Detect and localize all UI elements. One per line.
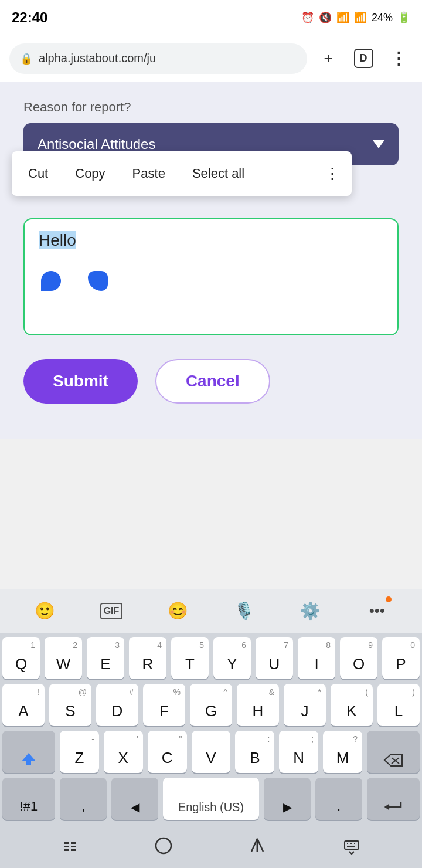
mute-icon: 🔇 [319, 11, 332, 24]
text-input-box[interactable]: Hello [23, 218, 399, 335]
battery-level: 24% [372, 12, 393, 24]
back-icon [61, 837, 79, 855]
key-o[interactable]: 9O [340, 637, 377, 679]
backspace-key[interactable] [367, 731, 420, 773]
keyboard-area: 🙂 GIF 😊 🎙️ ⚙️ ••• 1Q 2W 3E 4R 5T 6Y 7U [0, 589, 422, 868]
key-r[interactable]: 4R [129, 637, 166, 679]
tab-switcher-button[interactable]: D [349, 45, 377, 73]
home-icon [154, 836, 173, 855]
select-all-button[interactable]: Select all [188, 160, 249, 187]
key-x[interactable]: 'X [104, 731, 143, 773]
nav-recent-button[interactable] [248, 836, 267, 859]
arrow-left-key[interactable]: ◀ [111, 778, 158, 820]
enter-key[interactable] [367, 778, 420, 820]
wifi-icon: 📶 [336, 11, 349, 24]
new-tab-button[interactable]: + [314, 45, 342, 73]
dropdown-value: Antisocial Attitudes [38, 136, 155, 152]
key-f[interactable]: %F [143, 684, 185, 726]
key-q[interactable]: 1Q [2, 637, 40, 679]
dropdown-arrow-icon [373, 140, 384, 148]
main-content: Reason for report? Antisocial Attitudes … [0, 82, 422, 439]
nav-bar [0, 827, 422, 868]
keyboard-rows: 1Q 2W 3E 4R 5T 6Y 7U 8I 9O 0P !A @S #D %… [0, 633, 422, 827]
nav-keyboard-hide-button[interactable] [342, 836, 361, 859]
key-l[interactable]: )L [377, 684, 420, 726]
keyboard-hide-icon [342, 836, 361, 855]
backspace-icon [383, 753, 403, 767]
lock-icon: 🔒 [20, 52, 33, 65]
key-c[interactable]: "C [148, 731, 187, 773]
key-m[interactable]: ?M [323, 731, 362, 773]
settings-button[interactable]: ⚙️ [295, 595, 326, 627]
key-n[interactable]: ;N [279, 731, 318, 773]
nav-back-button[interactable] [61, 837, 79, 859]
status-time: 22:40 [12, 9, 47, 26]
url-bar[interactable]: 🔒 alpha.justabout.com/ju [9, 43, 307, 74]
tab-count: D [354, 49, 373, 68]
arrow-right-key[interactable]: ▶ [264, 778, 311, 820]
keyboard-row-4: !#1 , ◀ English (US) ▶ . [2, 778, 420, 820]
shift-key[interactable] [2, 731, 55, 773]
plus-icon: + [324, 49, 332, 67]
selection-handle-right[interactable] [88, 271, 108, 291]
nav-home-button[interactable] [154, 836, 173, 859]
microphone-icon: 🎙️ [234, 601, 254, 621]
sticker-button[interactable]: 😊 [162, 595, 193, 627]
key-z[interactable]: -Z [60, 731, 99, 773]
input-area-wrapper: Hello [23, 218, 399, 335]
key-s[interactable]: @S [49, 684, 91, 726]
key-e[interactable]: 3E [87, 637, 124, 679]
period-key[interactable]: . [315, 778, 362, 820]
battery-icon: 🔋 [397, 11, 410, 24]
key-h[interactable]: &H [237, 684, 279, 726]
selection-handle-left[interactable] [41, 271, 61, 291]
gear-icon: ⚙️ [300, 601, 321, 621]
key-j[interactable]: *J [284, 684, 326, 726]
menu-dots-icon: ⋮ [390, 49, 407, 68]
reason-label: Reason for report? [23, 100, 399, 115]
browser-menu-button[interactable]: ⋮ [384, 45, 413, 73]
key-w[interactable]: 2W [45, 637, 82, 679]
browser-bar: 🔒 alpha.justabout.com/ju + D ⋮ [0, 35, 422, 82]
cancel-button[interactable]: Cancel [155, 359, 270, 404]
paste-button[interactable]: Paste [128, 160, 170, 187]
url-text: alpha.justabout.com/ju [39, 52, 156, 65]
keyboard-row-2: !A @S #D %F ^G &H *J (K )L [2, 684, 420, 726]
emoji-icon: 🙂 [35, 601, 55, 621]
cut-button[interactable]: Cut [23, 160, 53, 187]
key-u[interactable]: 7U [256, 637, 293, 679]
key-y[interactable]: 6Y [213, 637, 251, 679]
key-p[interactable]: 0P [382, 637, 420, 679]
emoji-button[interactable]: 🙂 [29, 595, 61, 627]
voice-button[interactable]: 🎙️ [229, 595, 260, 627]
symbols-key[interactable]: !#1 [2, 778, 55, 820]
button-row: Submit Cancel [23, 359, 399, 421]
svg-rect-4 [64, 849, 69, 851]
comma-key[interactable]: , [60, 778, 107, 820]
key-b[interactable]: :B [235, 731, 274, 773]
copy-button[interactable]: Copy [70, 160, 110, 187]
more-options-button[interactable]: ••• [361, 595, 393, 627]
key-d[interactable]: #D [96, 684, 138, 726]
dots-icon: ••• [369, 602, 385, 620]
key-a[interactable]: !A [2, 684, 45, 726]
gif-button[interactable]: GIF [96, 595, 127, 627]
key-v[interactable]: V [192, 731, 231, 773]
svg-point-8 [156, 838, 171, 853]
space-key[interactable]: English (US) [163, 778, 259, 820]
key-k[interactable]: (K [331, 684, 373, 726]
notification-dot [386, 596, 392, 602]
svg-rect-7 [71, 849, 76, 851]
enter-icon [384, 800, 402, 814]
svg-rect-5 [71, 842, 76, 844]
context-menu-more-button[interactable]: ⋮ [325, 165, 340, 183]
key-g[interactable]: ^G [190, 684, 232, 726]
key-i[interactable]: 8I [298, 637, 335, 679]
selected-text: Hello [39, 231, 76, 249]
alarm-icon: ⏰ [301, 11, 314, 24]
keyboard-row-1: 1Q 2W 3E 4R 5T 6Y 7U 8I 9O 0P [2, 637, 420, 679]
key-t[interactable]: 5T [171, 637, 209, 679]
status-icons: ⏰ 🔇 📶 📶 24% 🔋 [301, 11, 410, 24]
submit-button[interactable]: Submit [23, 359, 138, 404]
svg-rect-9 [345, 841, 359, 849]
